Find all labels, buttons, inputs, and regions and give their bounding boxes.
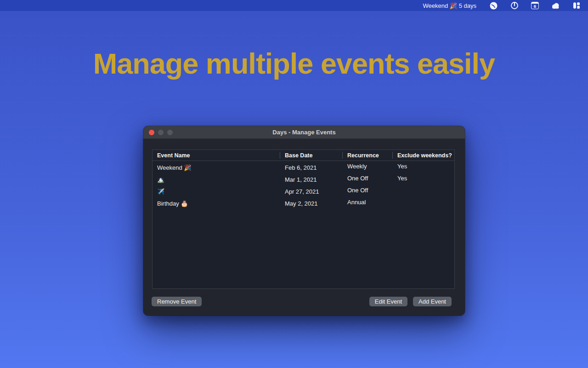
cell-base-date: Apr 27, 2021 xyxy=(280,188,343,195)
close-button[interactable] xyxy=(149,130,154,135)
cell-base-date: Mar 1, 2021 xyxy=(280,176,343,183)
column-header-recurrence[interactable]: Recurrence xyxy=(343,150,393,161)
column-header-exclude-weekends[interactable]: Exclude weekends? xyxy=(393,150,454,161)
right-button-group: Edit Event Add Event xyxy=(369,297,452,306)
headline: Manage multiple events easily xyxy=(0,47,588,80)
table-row[interactable]: Birthday 🎂 May 2, 2021 Annual xyxy=(153,198,454,209)
cell-recurrence: One Off xyxy=(343,175,393,182)
cell-base-date: Feb 6, 2021 xyxy=(280,164,343,171)
cell-exclude: Yes xyxy=(393,175,454,182)
menubar: Weekend 🎉 5 days 6 xyxy=(0,0,588,11)
cell-event-name: Birthday 🎂 xyxy=(153,200,280,207)
add-event-button[interactable]: Add Event xyxy=(413,297,452,306)
column-header-base-date[interactable]: Base Date xyxy=(280,150,343,161)
cell-event-name: ✈️ xyxy=(153,188,280,195)
table-row[interactable]: ✈️ Apr 27, 2021 One Off xyxy=(153,186,454,197)
cloud-icon[interactable] xyxy=(551,1,560,10)
clock-icon[interactable] xyxy=(489,1,498,10)
window-title: Days - Manage Events xyxy=(272,129,335,136)
table-row[interactable]: 🏔️ Mar 1, 2021 One Off Yes xyxy=(153,174,454,185)
column-header-event-name[interactable]: Event Name xyxy=(153,150,280,161)
cell-recurrence: Annual xyxy=(343,199,393,206)
window-titlebar[interactable]: Days - Manage Events xyxy=(143,126,465,139)
remove-event-button[interactable]: Remove Event xyxy=(152,297,202,306)
button-bar: Remove Event Edit Event Add Event xyxy=(152,297,452,306)
cell-event-name: 🏔️ xyxy=(153,176,280,183)
minimize-button[interactable] xyxy=(158,130,164,135)
desktop-wallpaper: Manage multiple events easily Days - Man… xyxy=(0,11,588,368)
calendar-day-number: 6 xyxy=(531,4,538,9)
table-row[interactable]: Weekend 🎉 Feb 6, 2021 Weekly Yes xyxy=(153,162,454,173)
table-header: Event Name Base Date Recurrence Exclude … xyxy=(153,150,454,161)
power-icon[interactable] xyxy=(510,1,519,10)
traffic-lights xyxy=(149,126,173,139)
edit-event-button[interactable]: Edit Event xyxy=(369,297,407,306)
cell-base-date: May 2, 2021 xyxy=(280,200,343,207)
manage-events-window: Days - Manage Events Event Name Base Dat… xyxy=(143,126,465,316)
zoom-button[interactable] xyxy=(167,130,173,135)
menubar-status-text[interactable]: Weekend 🎉 5 days xyxy=(423,2,476,9)
cell-event-name: Weekend 🎉 xyxy=(153,164,280,171)
control-center-icon[interactable] xyxy=(572,1,581,10)
cell-recurrence: One Off xyxy=(343,187,393,194)
cell-recurrence: Weekly xyxy=(343,163,393,170)
events-table: Event Name Base Date Recurrence Exclude … xyxy=(152,150,455,289)
calendar-icon[interactable]: 6 xyxy=(531,1,539,10)
cell-exclude: Yes xyxy=(393,163,454,170)
